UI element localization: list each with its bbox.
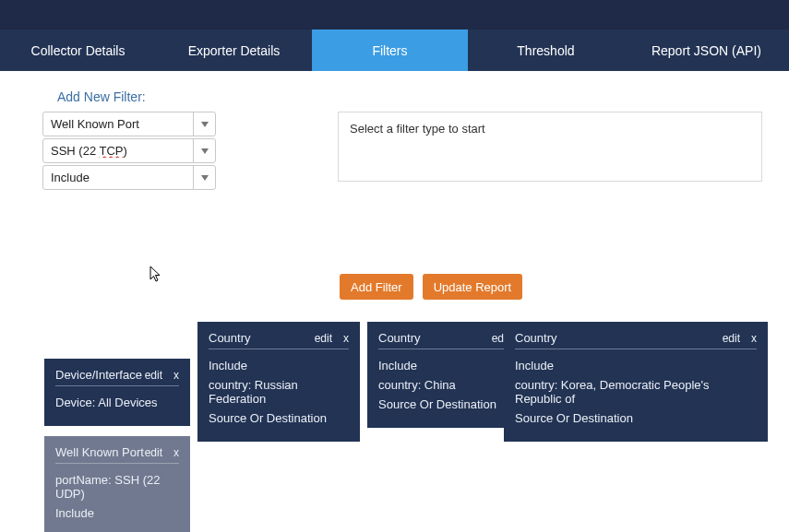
chevron-down-icon <box>193 112 215 136</box>
card-line: country: Korea, Democratic People's Repu… <box>515 378 757 406</box>
card-line: Device: All Devices <box>55 396 179 409</box>
edit-button[interactable]: edit <box>723 332 740 345</box>
card-title: Country <box>209 331 251 345</box>
filter-hint-box: Select a filter type to start <box>338 112 762 182</box>
tab-filters[interactable]: Filters <box>312 30 468 71</box>
card-line: Include <box>515 359 757 372</box>
filter-value-select[interactable]: SSH (22 TCP) <box>42 138 216 163</box>
edit-button[interactable]: edit <box>145 369 162 382</box>
card-line: portName: SSH (22 UDP) <box>55 473 179 501</box>
card-title: Device/Interface <box>55 368 142 382</box>
card-title: Country <box>515 331 557 345</box>
filter-value-deco: TCP <box>100 144 124 158</box>
filter-mode-select[interactable]: Include <box>42 165 216 190</box>
tab-collector-details[interactable]: Collector Details <box>0 30 156 71</box>
close-button[interactable]: x <box>751 332 757 345</box>
content-area: Add New Filter: Well Known Port SSH (22 … <box>0 71 789 532</box>
card-line: Source Or Destination <box>515 411 757 425</box>
tab-bar: Collector Details Exporter Details Filte… <box>0 30 789 71</box>
update-report-button[interactable]: Update Report <box>423 274 523 300</box>
action-buttons: Add Filter Update Report <box>340 274 522 300</box>
chevron-down-icon <box>193 139 215 162</box>
well-known-port-filter-card: Well Known Port edit x portName: SSH (22… <box>44 436 190 532</box>
device-interface-filter-card: Device/Interface edit x Device: All Devi… <box>44 359 190 426</box>
filter-value: SSH (22 TCP) <box>43 144 193 158</box>
close-button[interactable]: x <box>173 446 179 459</box>
chevron-down-icon <box>193 166 215 189</box>
tab-exporter-details[interactable]: Exporter Details <box>156 30 312 71</box>
add-new-filter-heading: Add New Filter: <box>57 89 789 104</box>
edit-button[interactable]: edit <box>145 446 162 459</box>
add-filter-button[interactable]: Add Filter <box>340 274 413 300</box>
country-filter-card: Country edit x Include country: Russian … <box>197 322 360 442</box>
card-line: Include <box>209 359 349 372</box>
close-button[interactable]: x <box>173 369 179 382</box>
title-band <box>0 0 789 30</box>
filter-hint-text: Select a filter type to start <box>350 122 485 136</box>
tab-threshold[interactable]: Threshold <box>468 30 624 71</box>
filter-type-select[interactable]: Well Known Port <box>42 112 216 136</box>
edit-button[interactable]: edit <box>315 332 332 345</box>
card-line: Source Or Destination <box>209 411 349 425</box>
card-title: Country <box>378 331 421 345</box>
card-line: Include <box>55 506 179 520</box>
close-button[interactable]: x <box>343 332 349 345</box>
card-line: country: Russian Federation <box>209 378 349 406</box>
filter-type-value: Well Known Port <box>43 117 193 131</box>
filter-mode-value: Include <box>43 171 193 184</box>
filter-value-pre: SSH (22 <box>51 144 100 158</box>
country-filter-card: Country edit x Include country: Korea, D… <box>504 322 768 442</box>
filter-value-post: ) <box>124 144 127 158</box>
card-title: Well Known Port <box>55 445 144 459</box>
tab-report-json-api[interactable]: Report JSON (API) <box>624 30 789 71</box>
